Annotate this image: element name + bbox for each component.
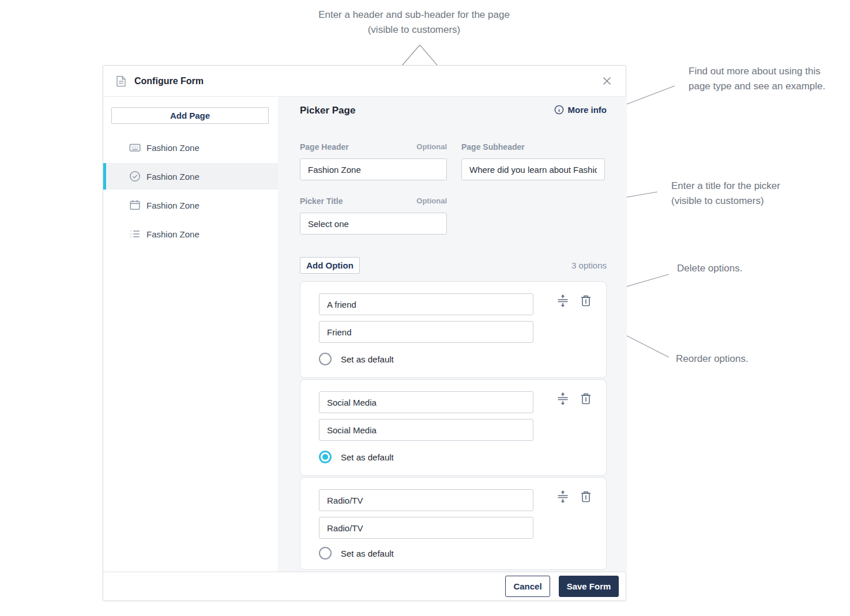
- optional-tag: Optional: [416, 196, 447, 206]
- page-canvas: Enter a header and sub-header for the pa…: [0, 0, 850, 616]
- sidebar-item-label: Fashion Zone: [146, 172, 200, 182]
- reorder-handle-icon[interactable]: [555, 391, 570, 406]
- page-header-label-row: Page Header Optional: [300, 142, 447, 152]
- picker-title-label: Picker Title: [300, 196, 343, 206]
- sidebar-item-page-3[interactable]: Fashion Zone: [103, 192, 278, 218]
- option-2-default-radio-row[interactable]: Set as default: [319, 449, 394, 465]
- page-subheader-input[interactable]: [461, 158, 605, 180]
- save-form-button[interactable]: Save Form: [559, 576, 619, 597]
- selection-bar: [103, 221, 106, 247]
- option-card-1: Set as default: [300, 281, 607, 378]
- configure-form-dialog: Configure Form Add Page Fash: [103, 65, 626, 601]
- radio-checked-icon[interactable]: [319, 451, 332, 463]
- page-subheader-label-row: Page Subheader: [461, 142, 605, 152]
- note-line: Enter a title for the picker: [671, 179, 810, 194]
- note-line: (visible to customers): [288, 22, 540, 37]
- calendar-icon: [129, 199, 141, 211]
- note-header-subheader: Enter a header and sub-header for the pa…: [288, 7, 540, 37]
- note-line: Find out more about using this: [689, 64, 838, 79]
- option-3-default-radio-row[interactable]: Set as default: [319, 545, 394, 561]
- trash-icon[interactable]: [578, 489, 593, 504]
- note-line: Delete options.: [677, 261, 742, 276]
- sidebar-item-page-1[interactable]: Fashion Zone: [103, 134, 278, 161]
- optional-tag: Optional: [416, 142, 447, 152]
- option-1-label-input[interactable]: [319, 321, 533, 343]
- dialog-footer: Cancel Save Form: [103, 572, 626, 600]
- save-form-label: Save Form: [567, 581, 611, 591]
- add-option-label: Add Option: [306, 260, 353, 270]
- add-page-button[interactable]: Add Page: [111, 107, 269, 124]
- dialog-header: Configure Form: [103, 66, 626, 97]
- set-as-default-label: Set as default: [341, 452, 394, 462]
- option-3-label-input[interactable]: [319, 517, 533, 539]
- document-icon: [116, 75, 126, 87]
- selection-bar: [103, 192, 106, 218]
- check-circle-icon: [129, 170, 141, 183]
- note-reorder-options: Reorder options.: [676, 352, 749, 366]
- close-icon[interactable]: [600, 75, 613, 88]
- sidebar-item-label: Fashion Zone: [146, 229, 200, 239]
- option-card-2: Set as default: [300, 379, 607, 476]
- note-line: page type and see an example.: [689, 79, 838, 94]
- note-picker-title: Enter a title for the picker (visible to…: [671, 179, 810, 209]
- option-2-value-input[interactable]: [319, 391, 533, 413]
- page-header-input[interactable]: [300, 158, 447, 180]
- dialog-title: Configure Form: [134, 76, 204, 86]
- more-info-label: More info: [568, 105, 607, 115]
- pages-sidebar: Add Page Fashion Zone: [103, 97, 278, 573]
- cancel-label: Cancel: [513, 581, 541, 591]
- trash-icon[interactable]: [578, 293, 593, 308]
- cancel-button[interactable]: Cancel: [505, 576, 550, 597]
- sidebar-item-label: Fashion Zone: [146, 143, 200, 153]
- note-delete-options: Delete options.: [677, 261, 742, 276]
- option-1-value-input[interactable]: [319, 293, 533, 315]
- sidebar-item-label: Fashion Zone: [146, 201, 200, 210]
- set-as-default-label: Set as default: [341, 549, 394, 558]
- option-1-default-radio-row[interactable]: Set as default: [319, 351, 394, 367]
- note-line: (visible to customers): [671, 194, 810, 209]
- selection-bar: [103, 163, 106, 190]
- set-as-default-label: Set as default: [341, 354, 394, 364]
- sidebar-item-page-4[interactable]: Fashion Zone: [103, 221, 278, 247]
- note-more-info: Find out more about using this page type…: [689, 64, 838, 94]
- options-count: 3 options: [571, 260, 607, 270]
- radio-unchecked-icon[interactable]: [319, 547, 332, 560]
- reorder-handle-icon[interactable]: [555, 293, 570, 308]
- picker-page-panel: Picker Page More info Page Header Option…: [278, 97, 627, 573]
- page-header-label: Page Header: [300, 142, 349, 152]
- picker-title-input[interactable]: [300, 213, 447, 235]
- keyboard-icon: [129, 141, 141, 154]
- more-info-link[interactable]: More info: [554, 105, 607, 115]
- add-page-label: Add Page: [170, 111, 210, 120]
- option-3-value-input[interactable]: [319, 489, 533, 511]
- option-card-3: Set as default: [300, 477, 607, 570]
- trash-icon[interactable]: [578, 391, 593, 406]
- sidebar-item-page-2-selected[interactable]: Fashion Zone: [103, 163, 278, 190]
- list-icon: [129, 228, 141, 240]
- add-option-button[interactable]: Add Option: [300, 257, 360, 274]
- picker-title-label-row: Picker Title Optional: [300, 196, 447, 206]
- selection-bar: [103, 134, 106, 161]
- info-icon: [554, 105, 564, 115]
- reorder-handle-icon[interactable]: [555, 489, 570, 504]
- note-line: Reorder options.: [676, 352, 749, 366]
- radio-unchecked-icon[interactable]: [319, 353, 332, 365]
- page-subheader-label: Page Subheader: [461, 142, 525, 152]
- panel-title: Picker Page: [300, 105, 355, 116]
- option-2-label-input[interactable]: [319, 419, 533, 441]
- note-line: Enter a header and sub-header for the pa…: [288, 7, 540, 22]
